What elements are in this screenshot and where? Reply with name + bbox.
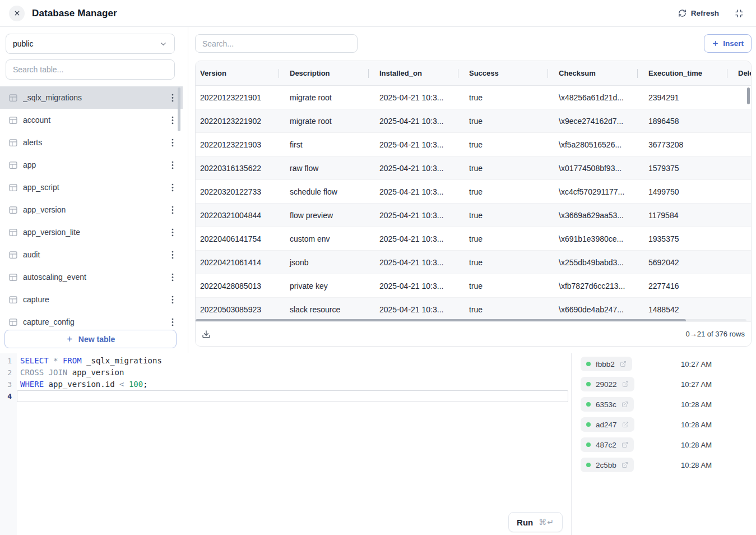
code-line-content[interactable]: [17, 390, 568, 402]
table-list-item[interactable]: autoscaling_event: [0, 266, 183, 288]
cell-description[interactable]: private key: [285, 274, 375, 297]
history-query-button[interactable]: 29022: [581, 377, 634, 391]
history-query-button[interactable]: 487c2: [581, 437, 634, 452]
cell-checksum[interactable]: \x3669a629aa53...: [554, 204, 644, 227]
cell-version[interactable]: 20220421061414: [196, 251, 285, 274]
cell-execution-time[interactable]: 1935375: [644, 227, 734, 250]
column-header[interactable]: Installed_on: [375, 61, 465, 85]
cell-description[interactable]: jsonb: [285, 251, 375, 274]
run-button[interactable]: Run ⌘↵: [508, 512, 563, 532]
table-item-menu-button[interactable]: [168, 293, 177, 306]
table-item-menu-button[interactable]: [168, 159, 177, 172]
cell-execution-time[interactable]: 1499750: [644, 180, 734, 203]
close-button[interactable]: [9, 6, 25, 21]
cell-version[interactable]: 20220428085013: [196, 274, 285, 297]
cell-checksum[interactable]: \x9ece274162d7...: [554, 109, 644, 132]
cell-execution-time[interactable]: 1179584: [644, 204, 734, 227]
table-item-menu-button[interactable]: [168, 136, 177, 149]
schema-select[interactable]: public: [6, 34, 175, 54]
cell-success[interactable]: true: [465, 156, 554, 179]
cell-version[interactable]: 20220321004844: [196, 204, 285, 227]
cell-success[interactable]: true: [465, 251, 554, 274]
table-item-menu-button[interactable]: [168, 181, 177, 194]
code-line[interactable]: 2CROSS JOIN app_version: [0, 367, 568, 379]
table-list-item[interactable]: app_script: [0, 176, 183, 199]
cell-execution-time[interactable]: 1896458: [644, 109, 734, 132]
table-item-menu-button[interactable]: [168, 248, 177, 261]
cell-success[interactable]: true: [465, 86, 554, 109]
table-row[interactable]: 20220421061414 jsonb 2025-04-21 10:3... …: [196, 251, 751, 274]
minimize-button[interactable]: [735, 9, 744, 18]
history-query-button[interactable]: 6353c: [581, 397, 634, 412]
table-list-item[interactable]: _sqlx_migrations: [0, 86, 183, 109]
code-line[interactable]: 3WHERE app_version.id < 100;: [0, 379, 568, 390]
cell-installed-on[interactable]: 2025-04-21 10:3...: [375, 109, 465, 132]
column-header[interactable]: Success: [465, 61, 554, 85]
table-list-item[interactable]: app_version_lite: [0, 221, 183, 243]
cell-success[interactable]: true: [465, 274, 554, 297]
column-header[interactable]: Version: [196, 61, 285, 85]
cell-success[interactable]: true: [465, 227, 554, 250]
cell-description[interactable]: raw flow: [285, 156, 375, 179]
cell-checksum[interactable]: \x255db49babd3...: [554, 251, 644, 274]
cell-description[interactable]: migrate root: [285, 109, 375, 132]
cell-deleted[interactable]: [734, 251, 751, 274]
cell-checksum[interactable]: \x48256a61d21d...: [554, 86, 644, 109]
cell-success[interactable]: true: [465, 180, 554, 203]
cell-description[interactable]: flow preview: [285, 204, 375, 227]
table-row[interactable]: 20220321004844 flow preview 2025-04-21 1…: [196, 204, 751, 227]
cell-execution-time[interactable]: 5692042: [644, 251, 734, 274]
cell-installed-on[interactable]: 2025-04-21 10:3...: [375, 86, 465, 109]
cell-version[interactable]: 20220123221903: [196, 133, 285, 156]
cell-deleted[interactable]: [734, 133, 751, 156]
cell-description[interactable]: custom env: [285, 227, 375, 250]
table-row[interactable]: 20220123221903 first 2025-04-21 10:3... …: [196, 133, 751, 156]
cell-success[interactable]: true: [465, 109, 554, 132]
sidebar-scrollbar[interactable]: [178, 87, 180, 131]
cell-checksum[interactable]: \x6690de4ab247...: [554, 298, 644, 321]
cell-checksum[interactable]: \x01774508bf93...: [554, 156, 644, 179]
code-line-content[interactable]: SELECT * FROM _sqlx_migrations: [17, 355, 568, 367]
cell-installed-on[interactable]: 2025-04-21 10:3...: [375, 180, 465, 203]
cell-deleted[interactable]: [734, 274, 751, 297]
new-table-button[interactable]: New table: [4, 330, 177, 348]
history-query-button[interactable]: fbbb2: [581, 357, 632, 371]
table-item-menu-button[interactable]: [168, 271, 177, 284]
table-row[interactable]: 20220320122733 schedule flow 2025-04-21 …: [196, 180, 751, 204]
cell-installed-on[interactable]: 2025-04-21 10:3...: [375, 298, 465, 321]
code-line-content[interactable]: WHERE app_version.id < 100;: [17, 379, 568, 390]
cell-description[interactable]: migrate root: [285, 86, 375, 109]
cell-checksum[interactable]: \xc4cf570291177...: [554, 180, 644, 203]
history-query-button[interactable]: ad247: [581, 417, 634, 432]
cell-installed-on[interactable]: 2025-04-21 10:3...: [375, 133, 465, 156]
cell-installed-on[interactable]: 2025-04-21 10:3...: [375, 156, 465, 179]
cell-execution-time[interactable]: 2277416: [644, 274, 734, 297]
cell-installed-on[interactable]: 2025-04-21 10:3...: [375, 227, 465, 250]
cell-version[interactable]: 20220123221902: [196, 109, 285, 132]
cell-description[interactable]: first: [285, 133, 375, 156]
cell-success[interactable]: true: [465, 298, 554, 321]
table-row[interactable]: 20220503085923 slack resource 2025-04-21…: [196, 298, 751, 321]
column-header[interactable]: Execution_time: [644, 61, 734, 85]
cell-installed-on[interactable]: 2025-04-21 10:3...: [375, 274, 465, 297]
cell-checksum[interactable]: \xfb7827d6cc213...: [554, 274, 644, 297]
insert-button[interactable]: Insert: [704, 34, 752, 53]
cell-version[interactable]: 20220503085923: [196, 298, 285, 321]
sql-editor[interactable]: 1SELECT * FROM _sqlx_migrations2CROSS JO…: [0, 353, 572, 535]
column-header[interactable]: Checksum: [554, 61, 644, 85]
refresh-button[interactable]: Refresh: [678, 9, 719, 17]
cell-execution-time[interactable]: 36773208: [644, 133, 734, 156]
cell-deleted[interactable]: [734, 180, 751, 203]
cell-success[interactable]: true: [465, 133, 554, 156]
code-line-content[interactable]: CROSS JOIN app_version: [17, 367, 568, 379]
cell-version[interactable]: 20220316135622: [196, 156, 285, 179]
table-item-menu-button[interactable]: [168, 204, 177, 216]
table-row[interactable]: 20220316135622 raw flow 2025-04-21 10:3.…: [196, 156, 751, 180]
cell-installed-on[interactable]: 2025-04-21 10:3...: [375, 251, 465, 274]
cell-execution-time[interactable]: 1579375: [644, 156, 734, 179]
table-list-item[interactable]: app_version: [0, 199, 183, 221]
table-row[interactable]: 20220123221902 migrate root 2025-04-21 1…: [196, 109, 751, 133]
table-item-menu-button[interactable]: [168, 114, 177, 127]
vertical-scrollbar-thumb[interactable]: [747, 87, 750, 104]
cell-deleted[interactable]: [734, 109, 751, 132]
